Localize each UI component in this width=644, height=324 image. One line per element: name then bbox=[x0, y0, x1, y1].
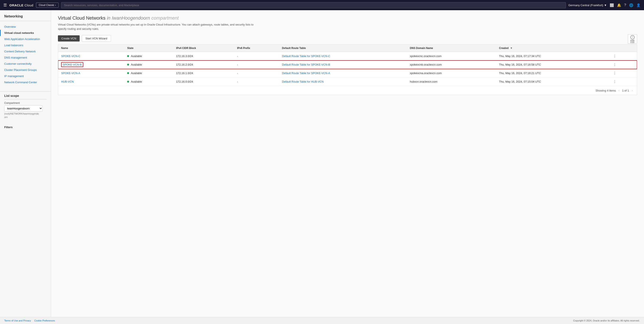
vcn-ipv6-cell: - bbox=[234, 77, 279, 86]
search-input[interactable] bbox=[61, 2, 566, 8]
col-dns: DNS Domain Name bbox=[407, 44, 496, 52]
terms-link[interactable]: Terms of Use and Privacy bbox=[4, 319, 31, 322]
table-row: SPOKE-VCN-A Available 172.16.1.0/24 - De… bbox=[58, 69, 637, 77]
bell-icon[interactable]: 🔔 bbox=[617, 3, 621, 7]
main-content: Virtual Cloud Networks in IwanHoogendoor… bbox=[51, 10, 644, 317]
status-available-dot bbox=[127, 72, 129, 74]
route-table-link[interactable]: Default Route Table for SPOKE-VCN-C bbox=[282, 54, 330, 58]
vcn-created-cell: Thu, May 16, 2024, 07:17:34 UTC bbox=[496, 52, 609, 60]
vcn-route-cell: Default Route Table for SPOKE-VCN-C bbox=[279, 52, 407, 60]
vcn-ipv6-cell: - bbox=[234, 52, 279, 60]
vcn-state-cell: Available bbox=[124, 52, 173, 60]
vcn-state-cell: Available bbox=[124, 60, 173, 69]
status-available-dot bbox=[127, 64, 129, 65]
row-actions-button[interactable]: ⋮ bbox=[612, 62, 618, 67]
vcn-ipv4-cell: 172.16.3.0/24 bbox=[173, 52, 234, 60]
col-route-table: Default Route Table bbox=[279, 44, 407, 52]
hamburger-menu-icon[interactable]: ☰ bbox=[4, 3, 7, 7]
list-scope-section: List scope Compartment IwanHoogendoorn (… bbox=[0, 91, 51, 118]
vcn-name-link[interactable]: SPOKE-VCN-C bbox=[61, 54, 80, 58]
vcn-route-cell: Default Route Table for HUB-VCN bbox=[279, 77, 407, 86]
pagination-label: 1 of 1 bbox=[622, 89, 629, 92]
sidebar-item-cc[interactable]: Customer connectivity bbox=[0, 61, 51, 67]
page-title-area: Virtual Cloud Networks in IwanHoogendoor… bbox=[58, 15, 254, 35]
col-ipv6: IPv6 Prefix bbox=[234, 44, 279, 52]
vcn-ipv6-cell: - bbox=[234, 69, 279, 77]
status-available-dot bbox=[127, 81, 129, 83]
grid-dots-icon bbox=[630, 40, 634, 43]
sidebar-item-overview[interactable]: Overview bbox=[0, 24, 51, 30]
vcn-table: Name State IPv4 CIDR Block IPv6 Prefix D… bbox=[58, 44, 637, 95]
list-scope-title: List scope bbox=[4, 94, 47, 97]
main-layout: Networking Overview Virtual cloud networ… bbox=[0, 10, 644, 317]
page-header: Virtual Cloud Networks in IwanHoogendoor… bbox=[58, 15, 637, 35]
toolbar: Create VCN Start VCN Wizard ? bbox=[58, 35, 637, 42]
globe-icon[interactable]: 🌐 bbox=[629, 3, 633, 7]
col-state: State bbox=[124, 44, 173, 52]
route-table-link[interactable]: Default Route Table for HUB-VCN bbox=[282, 80, 324, 83]
row-actions-button[interactable]: ⋮ bbox=[612, 54, 618, 58]
route-table-link[interactable]: Default Route Table for SPOKE-VCN-A bbox=[282, 71, 330, 75]
vcn-route-cell: Default Route Table for SPOKE-VCN-A bbox=[279, 69, 407, 77]
vcn-state-cell: Available bbox=[124, 69, 173, 77]
cloud-classic-button[interactable]: Cloud Classic › bbox=[36, 2, 59, 8]
filters-title: Filters bbox=[4, 126, 47, 129]
vcn-name-link[interactable]: HUB-VCN bbox=[61, 80, 74, 83]
sidebar-item-cpg[interactable]: Cluster Placement Groups bbox=[0, 67, 51, 73]
sidebar-item-cdn[interactable]: Content Delivery Network bbox=[0, 48, 51, 54]
compartment-select[interactable]: IwanHoogendoorn bbox=[4, 105, 42, 112]
sidebar-item-lb[interactable]: Load balancers bbox=[0, 42, 51, 48]
vcn-name-link[interactable]: SPOKE-VCN-B bbox=[61, 62, 83, 67]
vcn-route-cell: Default Route Table for SPOKE-VCN-B bbox=[279, 60, 407, 69]
pagination-prev-button[interactable]: ‹ bbox=[618, 88, 620, 93]
vcn-dns-cell: spokevcna.oraclevcn.com bbox=[407, 69, 496, 77]
top-navigation: ☰ ORACLE Cloud Cloud Classic › Germany C… bbox=[0, 0, 644, 10]
page-description: Virtual Cloud Networks (VCNs) are privat… bbox=[58, 22, 254, 31]
sidebar-item-waa[interactable]: Web Application Acceleration bbox=[0, 36, 51, 42]
user-avatar[interactable]: 👤 bbox=[636, 3, 640, 7]
copyright-text: Copyright © 2024, Oracle and/or its affi… bbox=[573, 319, 640, 322]
monitor-icon[interactable]: ⬜ bbox=[610, 3, 614, 7]
vcn-ipv4-cell: 172.16.2.0/24 bbox=[173, 60, 234, 69]
col-actions bbox=[609, 44, 637, 52]
vcn-created-cell: Thu, May 16, 2024, 07:15:04 UTC bbox=[496, 77, 609, 86]
sidebar-item-vcn[interactable]: Virtual cloud networks bbox=[0, 30, 51, 36]
vcn-name-link[interactable]: SPOKE-VCN-A bbox=[61, 71, 80, 75]
vcn-name-cell: HUB-VCN bbox=[58, 77, 124, 86]
row-actions-button[interactable]: ⋮ bbox=[612, 71, 618, 75]
row-actions-button[interactable]: ⋮ bbox=[612, 79, 618, 84]
vcn-actions-cell: ⋮ bbox=[609, 52, 637, 60]
vcn-ipv4-cell: 172.16.0.0/24 bbox=[173, 77, 234, 86]
vcn-name-cell: SPOKE-VCN-A bbox=[58, 69, 124, 77]
cookie-link[interactable]: Cookie Preferences bbox=[34, 319, 55, 322]
compartment-path-continued: orn bbox=[4, 116, 47, 118]
sidebar-item-dns[interactable]: DNS management bbox=[0, 54, 51, 61]
vcn-actions-cell: ⋮ bbox=[609, 77, 637, 86]
col-created[interactable]: Created ▼ bbox=[496, 44, 609, 52]
page-footer: Terms of Use and Privacy Cookie Preferen… bbox=[0, 317, 644, 324]
table-body: SPOKE-VCN-C Available 172.16.3.0/24 - De… bbox=[58, 52, 637, 86]
sort-arrow-icon: ▼ bbox=[510, 47, 512, 50]
vcn-name-cell: SPOKE-VCN-B bbox=[58, 60, 124, 69]
table-row: SPOKE-VCN-B Available 172.16.2.0/24 - De… bbox=[58, 60, 637, 69]
col-name: Name bbox=[58, 44, 124, 52]
vcn-state-cell: Available bbox=[124, 77, 173, 86]
table-footer: Showing 4 items ‹ 1 of 1 › bbox=[58, 86, 637, 95]
vcn-ipv4-cell: 172.16.1.0/24 bbox=[173, 69, 234, 77]
sidebar-item-ipm[interactable]: IP management bbox=[0, 73, 51, 79]
vcn-table-element: Name State IPv4 CIDR Block IPv6 Prefix D… bbox=[58, 44, 637, 86]
table-row: HUB-VCN Available 172.16.0.0/24 - Defaul… bbox=[58, 77, 637, 86]
vcn-created-cell: Thu, May 16, 2024, 07:16:21 UTC bbox=[496, 69, 609, 77]
nav-right: Germany Central (Frankfurt) ▼ ⬜ 🔔 ? 🌐 👤 bbox=[568, 3, 640, 7]
sidebar-item-ncc[interactable]: Network Command Center bbox=[0, 79, 51, 85]
pagination-next-button[interactable]: › bbox=[631, 88, 634, 93]
create-vcn-button[interactable]: Create VCN bbox=[58, 35, 80, 41]
start-vcn-wizard-button[interactable]: Start VCN Wizard bbox=[82, 35, 111, 42]
vcn-created-cell: Thu, May 16, 2024, 07:16:58 UTC bbox=[496, 60, 609, 69]
help-icon[interactable]: ? bbox=[624, 3, 626, 7]
vcn-actions-cell: ⋮ bbox=[609, 60, 637, 69]
help-resources-button[interactable]: ? bbox=[628, 34, 637, 44]
route-table-link[interactable]: Default Route Table for SPOKE-VCN-B bbox=[282, 63, 330, 66]
region-selector[interactable]: Germany Central (Frankfurt) ▼ bbox=[568, 3, 607, 7]
sidebar: Networking Overview Virtual cloud networ… bbox=[0, 10, 51, 317]
